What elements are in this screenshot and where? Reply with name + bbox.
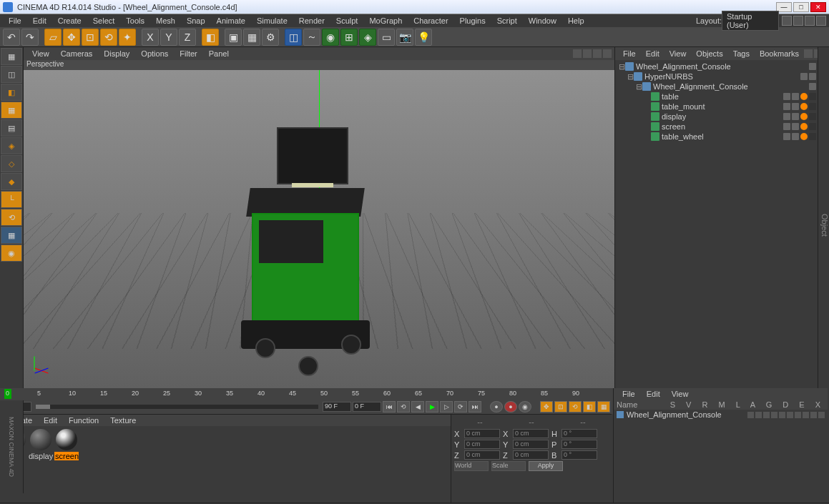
edge-mode[interactable]: ◇ — [1, 155, 22, 172]
add-floor[interactable]: ▭ — [378, 29, 395, 46]
add-light[interactable]: 💡 — [415, 29, 432, 46]
coord-mode[interactable]: Scale — [491, 461, 526, 471]
prev-frame[interactable]: ◀ — [411, 401, 424, 412]
goto-start[interactable]: ⏮ — [383, 401, 396, 412]
tree-row[interactable]: table — [617, 92, 828, 102]
layout-icon-1[interactable] — [782, 16, 792, 26]
om-tags[interactable]: Tags — [728, 49, 755, 58]
model-mode[interactable]: ◫ — [1, 66, 22, 83]
snap-toggle[interactable]: ◉ — [1, 244, 22, 262]
menu-render[interactable]: Render — [293, 16, 330, 25]
rb-view[interactable]: View — [666, 390, 695, 398]
vp-panel[interactable]: Panel — [203, 49, 235, 58]
layout-icon-2[interactable] — [793, 16, 803, 26]
vp-cameras[interactable]: Cameras — [55, 49, 99, 58]
menu-mograph[interactable]: MoGraph — [363, 16, 408, 25]
keyframe-sel[interactable]: ◉ — [519, 401, 531, 412]
menu-help[interactable]: Help — [562, 16, 590, 25]
pos-x[interactable]: 0 cm — [464, 429, 500, 438]
key-param[interactable]: ◧ — [583, 401, 596, 412]
add-camera[interactable]: 📷 — [396, 29, 413, 46]
menu-animate[interactable]: Animate — [211, 16, 251, 25]
add-cube[interactable]: ◫ — [285, 29, 302, 46]
vp-options[interactable]: Options — [135, 49, 174, 58]
prev-key[interactable]: ⟲ — [397, 401, 410, 412]
menu-select[interactable]: Select — [87, 16, 121, 25]
texture-mode[interactable]: ▦ — [1, 102, 22, 119]
record-button[interactable]: ● — [490, 401, 503, 412]
menu-mesh[interactable]: Mesh — [150, 16, 181, 25]
tree-row[interactable]: ⊟Wheel_Alignment_Console — [617, 61, 828, 71]
om-objects[interactable]: Objects — [691, 49, 727, 58]
key-scale[interactable]: ⊡ — [554, 401, 567, 412]
menu-window[interactable]: Window — [523, 16, 562, 25]
vp-filter[interactable]: Filter — [174, 49, 202, 58]
vp-nav-4[interactable] — [603, 49, 612, 58]
tweak-mode[interactable]: ⟲ — [1, 209, 22, 226]
menu-script[interactable]: Script — [491, 16, 523, 25]
tree-row[interactable]: ⊟Wheel_Alignment_Console — [617, 81, 828, 92]
redo-button[interactable]: ↷ — [21, 29, 39, 46]
apply-button[interactable]: Apply — [529, 461, 563, 471]
timeline-slider[interactable] — [36, 405, 318, 409]
tree-row[interactable]: ⊟HyperNURBS — [617, 71, 828, 81]
layout-icon-4[interactable] — [816, 16, 826, 26]
layer-row[interactable]: Wheel_Alignment_Console — [614, 410, 828, 420]
right-tabs[interactable]: Object — [818, 47, 829, 388]
vp-display[interactable]: Display — [98, 49, 135, 58]
menu-sculpt[interactable]: Sculpt — [330, 16, 364, 25]
viewport[interactable] — [24, 70, 614, 388]
add-deformer[interactable]: ◈ — [359, 29, 376, 46]
om-search-icon[interactable] — [804, 49, 813, 58]
poly-mode[interactable]: ◆ — [1, 173, 22, 190]
menu-edit[interactable]: Edit — [27, 16, 52, 25]
mat-function[interactable]: Function — [63, 416, 104, 425]
material-item[interactable]: screen — [54, 429, 79, 500]
menu-character[interactable]: Character — [408, 16, 453, 25]
rot-h[interactable]: 0 ° — [561, 429, 597, 438]
frame-end[interactable]: 90 F — [323, 402, 351, 412]
y-lock[interactable]: Y — [160, 29, 177, 46]
tree-row[interactable]: table_mount — [617, 102, 828, 112]
x-lock[interactable]: X — [142, 29, 159, 46]
menu-plugins[interactable]: Plugins — [454, 16, 491, 25]
tree-row[interactable]: table_wheel — [617, 132, 828, 142]
point-mode[interactable]: ◈ — [1, 137, 22, 154]
last-tool[interactable]: ✦ — [119, 29, 136, 46]
key-pla[interactable]: ▦ — [597, 401, 610, 412]
om-file[interactable]: File — [618, 49, 641, 58]
undo-button[interactable]: ↶ — [3, 29, 20, 46]
material-item[interactable]: display — [29, 429, 53, 500]
viewport-mode[interactable]: ▦ — [1, 227, 22, 244]
coord-space[interactable]: World — [454, 461, 489, 471]
frame-cur[interactable]: 0 F — [353, 402, 381, 412]
workplane-mode[interactable]: ▤ — [1, 119, 22, 137]
close-button[interactable]: ✕ — [810, 2, 826, 12]
vp-nav-3[interactable] — [593, 49, 602, 58]
size-z[interactable]: 0 cm — [513, 450, 549, 460]
pos-z[interactable]: 0 cm — [464, 450, 500, 460]
timeline-ruler[interactable]: 051015202530354045505560657075808590 — [0, 388, 613, 400]
key-pos[interactable]: ✥ — [540, 401, 553, 412]
add-nurbs[interactable]: ◉ — [322, 29, 339, 46]
pos-y[interactable]: 0 cm — [464, 440, 500, 449]
scale-tool[interactable]: ⊡ — [82, 29, 99, 46]
move-tool[interactable]: ✥ — [63, 29, 80, 46]
mat-edit[interactable]: Edit — [38, 416, 63, 425]
make-editable[interactable]: ▦ — [1, 48, 22, 65]
z-lock[interactable]: Z — [179, 29, 196, 46]
axis-mode[interactable]: └ — [1, 191, 22, 208]
next-key[interactable]: ⟳ — [454, 401, 467, 412]
vp-nav-1[interactable] — [573, 49, 582, 58]
rot-p[interactable]: 0 ° — [561, 440, 597, 449]
coord-system[interactable]: ◧ — [202, 29, 219, 46]
om-bookmarks[interactable]: Bookmarks — [755, 49, 804, 58]
mat-texture[interactable]: Texture — [104, 416, 142, 425]
add-spline[interactable]: ～ — [303, 29, 320, 46]
render-settings[interactable]: ⚙ — [262, 29, 279, 46]
tree-row[interactable]: display — [617, 112, 828, 122]
play-button[interactable]: ▶ — [426, 401, 438, 412]
rb-file[interactable]: File — [617, 390, 641, 398]
size-x[interactable]: 0 cm — [513, 429, 549, 438]
rotate-tool[interactable]: ⟲ — [100, 29, 117, 46]
